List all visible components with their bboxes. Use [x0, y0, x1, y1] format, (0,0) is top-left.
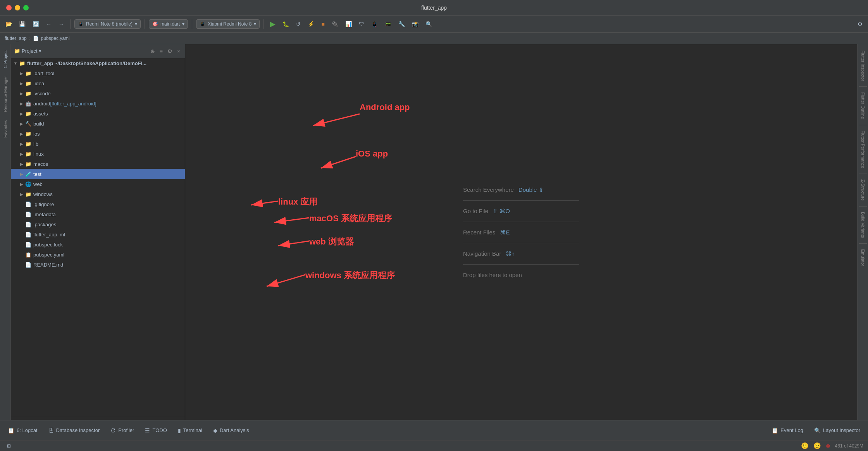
right-strip-z-structure[interactable]: Z-Structure — [860, 176, 866, 204]
tree-item-ios[interactable]: ▶ 📁 ios — [11, 129, 185, 139]
tab-profiler[interactable]: ⏱ Profiler — [106, 425, 139, 436]
hot-restart-button[interactable]: ⚡ — [305, 19, 317, 29]
profile-button[interactable]: 📊 — [343, 19, 354, 29]
right-strip-divider-5 — [859, 243, 867, 244]
tab-terminal[interactable]: ▮ Terminal — [173, 425, 207, 436]
close-button[interactable] — [6, 5, 12, 10]
tab-logcat[interactable]: 📋 6: Logcat — [3, 425, 42, 436]
vscode-arrow: ▶ — [19, 90, 25, 96]
tree-item-android[interactable]: ▶ 🤖 android [flutter_app_android] — [11, 98, 185, 108]
tab-database-inspector[interactable]: 🗄 Database Inspector — [44, 425, 105, 436]
coverage-button[interactable]: 🛡 — [356, 19, 367, 29]
right-strip-build-variants[interactable]: Build Variants — [860, 209, 866, 241]
panel-settings-button[interactable]: ⚙ — [166, 47, 174, 55]
tree-item-lib[interactable]: ▶ 📁 lib — [11, 139, 185, 149]
device-dropdown[interactable]: 📱 Redmi Note 8 (mobile) ▾ — [74, 19, 141, 29]
right-strip-flutter-inspector[interactable]: Flutter Inspector — [860, 47, 866, 84]
tree-item-packages[interactable]: 📄 .packages — [11, 219, 185, 229]
stop-button[interactable]: ■ — [319, 19, 327, 29]
windows-icon: 📁 — [25, 191, 32, 197]
debug-button[interactable]: 🐛 — [280, 19, 291, 29]
tree-item-gitignore[interactable]: 📄 .gitignore — [11, 199, 185, 209]
tab-todo[interactable]: ☰ TODO — [140, 425, 171, 436]
settings-button[interactable]: ⚙ — [855, 19, 865, 29]
windows-app-arrow — [263, 273, 313, 292]
tree-item-web[interactable]: ▶ 🌐 web — [11, 179, 185, 189]
tree-item-iml[interactable]: 📄 flutter_app.iml — [11, 229, 185, 239]
panel-close-button[interactable]: × — [176, 47, 182, 55]
tree-item-metadata[interactable]: 📄 .metadata — [11, 209, 185, 219]
tree-item-assets[interactable]: ▶ 📁 assets — [11, 108, 185, 119]
status-error[interactable]: ⊗ — [826, 443, 830, 449]
tab-layout-inspector[interactable]: 🔍 Layout Inspector — [809, 425, 865, 436]
test-label: test — [33, 171, 41, 177]
tree-item-pubspec-yaml[interactable]: 📋 pubspec.yaml — [11, 250, 185, 260]
file-tree: ▼ 📁 flutter_app ~/Desktop/ShakeApplicati… — [11, 58, 185, 417]
tree-item-build[interactable]: ▶ 🔨 build — [11, 119, 185, 129]
right-strip-flutter-outline[interactable]: Flutter Outline — [860, 89, 866, 122]
emulator-dropdown[interactable]: 📱 Xiaomi Redmi Note 8 ▾ — [196, 19, 260, 29]
android-app-arrow — [309, 102, 371, 133]
right-strip-emulator[interactable]: Emulator — [860, 246, 866, 269]
hint-search-everywhere: Search Everywhere Double ⇧ — [463, 186, 579, 193]
tree-item-pubspec-lock[interactable]: 📄 pubspec.lock — [11, 239, 185, 250]
sidebar-item-project[interactable]: 1: Project — [2, 47, 9, 71]
editor-hints: Search Everywhere Double ⇧ Go to File ⇧ … — [463, 186, 579, 278]
svg-line-7 — [274, 218, 309, 222]
panel-locate-button[interactable]: ⊕ — [149, 47, 157, 55]
tab-event-log[interactable]: 📋 Event Log — [767, 425, 808, 436]
editor-area[interactable]: Search Everywhere Double ⇧ Go to File ⇧ … — [185, 44, 857, 420]
back-button[interactable]: ← — [44, 19, 54, 29]
idea-label: .idea — [33, 81, 44, 86]
status-smiley-sad[interactable]: 😟 — [813, 442, 821, 449]
minimize-button[interactable] — [15, 5, 20, 10]
open-button[interactable]: 📂 — [3, 19, 14, 29]
tree-item-test[interactable]: ▶ 🧪 test — [11, 169, 185, 179]
device-manager-button[interactable]: 📱 — [369, 19, 380, 29]
annotation-linux-app: linux 应用 — [247, 199, 286, 216]
file-dropdown[interactable]: 🎯 main.dart ▾ — [149, 19, 188, 29]
tree-root-arrow: ▼ — [12, 60, 19, 66]
separator-2 — [145, 19, 145, 29]
tree-item-vscode[interactable]: ▶ 📁 .vscode — [11, 88, 185, 98]
breadcrumb-project[interactable]: flutter_app — [5, 36, 27, 41]
status-smiley-happy[interactable]: 🙂 — [801, 442, 809, 449]
tree-root[interactable]: ▼ 📁 flutter_app ~/Desktop/ShakeApplicati… — [11, 58, 185, 68]
project-panel-title[interactable]: 📁 Project ▾ — [14, 48, 41, 54]
windows-arrow: ▶ — [19, 191, 25, 197]
sidebar-item-favorites[interactable]: Favorites — [2, 117, 9, 141]
tree-item-windows[interactable]: ▶ 📁 windows — [11, 189, 185, 199]
panel-collapse-button[interactable]: ≡ — [158, 47, 164, 55]
expand-panels-button[interactable]: ⊞ — [5, 442, 13, 450]
test-icon: 🧪 — [25, 171, 32, 177]
pubspec-yaml-icon: 📋 — [25, 251, 32, 258]
tree-item-readme[interactable]: 📄 README.md — [11, 260, 185, 270]
sdk-manager-button[interactable]: 🔧 — [396, 19, 407, 29]
tree-item-macos[interactable]: ▶ 📁 macos — [11, 159, 185, 169]
attach-debugger-button[interactable]: 🔌 — [329, 19, 341, 29]
sidebar-item-resource-manager[interactable]: Resource Manager — [2, 73, 9, 115]
maximize-button[interactable] — [23, 5, 29, 10]
vscode-icon: 📁 — [25, 90, 32, 96]
screenshot-button[interactable]: 📸 — [410, 19, 421, 29]
tree-item-idea[interactable]: ▶ 📁 .idea — [11, 78, 185, 88]
run-button[interactable]: ▶ — [268, 18, 278, 30]
tab-dart-analysis[interactable]: ◆ Dart Analysis — [208, 425, 254, 436]
hot-reload-button[interactable]: ↺ — [294, 19, 303, 29]
save-button[interactable]: 💾 — [17, 19, 28, 29]
emulator-icon: 📱 — [200, 21, 205, 27]
tree-item-linux[interactable]: ▶ 📁 linux — [11, 149, 185, 159]
right-strip-flutter-performance[interactable]: Flutter Performance — [860, 127, 866, 171]
tree-item-dart-tool[interactable]: ▶ 📁 .dart_tool — [11, 68, 185, 78]
window-controls[interactable] — [6, 5, 29, 10]
forward-button[interactable]: → — [56, 19, 66, 29]
right-strip-divider-4 — [859, 206, 867, 207]
hint-search-shortcut: Double ⇧ — [518, 186, 544, 193]
tree-horizontal-scrollbar[interactable] — [11, 417, 185, 420]
idea-icon: 📁 — [25, 80, 32, 86]
avd-manager-button[interactable]: 📟 — [382, 19, 394, 29]
breadcrumb-file[interactable]: pubspec.yaml — [41, 36, 70, 41]
profiler-icon: ⏱ — [110, 427, 116, 434]
search-everywhere-button[interactable]: 🔍 — [423, 19, 434, 29]
sync-button[interactable]: 🔄 — [30, 19, 41, 29]
